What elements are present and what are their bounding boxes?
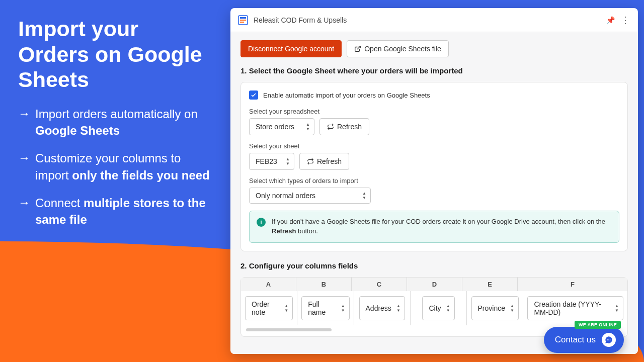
svg-rect-1 (240, 17, 246, 19)
updown-icon: ▲▼ (510, 304, 514, 313)
field-select-e[interactable]: Province▲▼ (471, 296, 519, 320)
column-header-row: A B C D E F (241, 278, 627, 291)
disconnect-button[interactable]: Disconnect Google account (240, 40, 342, 57)
hero-title: Import your Orders on Google Sheets (18, 16, 214, 93)
col-header: B (296, 278, 352, 291)
app-logo-icon (237, 15, 249, 26)
info-icon: i (257, 218, 266, 227)
col-header: A (241, 278, 296, 291)
field-select-f[interactable]: Creation date (YYYY-MM-DD)▲▼ (527, 296, 623, 320)
arrow-icon: → (18, 106, 30, 139)
updown-icon: ▲▼ (362, 191, 366, 200)
arrow-icon: → (18, 195, 30, 228)
col-header: E (462, 278, 518, 291)
bullet-text: Customize your columns to import only th… (35, 150, 214, 183)
updown-icon: ▲▼ (284, 304, 288, 313)
enable-checkbox[interactable] (249, 90, 258, 100)
field-select-d[interactable]: City▲▼ (422, 296, 454, 320)
updown-icon: ▲▼ (306, 122, 310, 131)
updown-icon: ▲▼ (615, 304, 619, 313)
field-select-a[interactable]: Order note▲▼ (245, 296, 293, 320)
app-body: Disconnect Google account Open Google Sh… (230, 32, 638, 354)
order-type-label: Select which types of orders to import (249, 177, 619, 185)
svg-line-4 (357, 46, 360, 49)
updown-icon: ▲▼ (286, 157, 290, 166)
info-notice: i If you don't have a Google Sheets file… (249, 211, 619, 243)
chat-bubble-icon (602, 333, 616, 347)
app-window: Releasit COD Form & Upsells 📌 ⋮ Disconne… (230, 8, 638, 354)
svg-rect-2 (240, 20, 246, 21)
field-select-c[interactable]: Address▲▼ (359, 296, 405, 320)
chat-label: Contact us (555, 335, 596, 345)
updown-icon: ▲▼ (341, 304, 345, 313)
bullet-3: → Connect multiple stores to the same fi… (18, 195, 214, 228)
online-badge: WE ARE ONLINE (575, 321, 621, 329)
marketing-copy: Import your Orders on Google Sheets → Im… (18, 16, 214, 239)
section-2-title: 2. Configure your columns fields (240, 261, 628, 270)
field-select-b[interactable]: Full name▲▼ (301, 296, 349, 320)
refresh-spreadsheet-button[interactable]: Refresh (319, 118, 369, 135)
sheet-label: Select your sheet (249, 142, 619, 150)
order-type-select[interactable]: Only normal orders ▲▼ (249, 188, 371, 204)
sheet-select[interactable]: FEB23 ▲▼ (249, 153, 294, 170)
refresh-icon (307, 158, 314, 165)
col-header: C (352, 278, 407, 291)
enable-label: Enable automatic import of your orders o… (263, 92, 430, 99)
bullet-text: Import orders automatically on Google Sh… (35, 106, 214, 139)
bullet-text: Connect multiple stores to the same file (35, 195, 214, 228)
more-icon[interactable]: ⋮ (617, 13, 631, 28)
svg-rect-3 (240, 22, 244, 23)
app-header: Releasit COD Form & Upsells 📌 ⋮ (230, 8, 638, 32)
svg-point-7 (610, 339, 611, 340)
refresh-icon (327, 123, 334, 130)
bullet-2: → Customize your columns to import only … (18, 150, 214, 183)
app-title: Releasit COD Form & Upsells (254, 16, 347, 24)
section-1-title: 1. Select the Google Sheet where your or… (240, 66, 628, 75)
svg-point-5 (607, 339, 608, 340)
col-header: D (407, 278, 462, 291)
updown-icon: ▲▼ (446, 304, 450, 313)
refresh-sheet-button[interactable]: Refresh (299, 153, 349, 170)
chat-widget[interactable]: WE ARE ONLINE Contact us (544, 327, 624, 353)
section-1-panel: Enable automatic import of your orders o… (240, 82, 628, 251)
arrow-icon: → (18, 150, 30, 183)
external-link-icon (354, 45, 361, 52)
pin-icon[interactable]: 📌 (604, 14, 617, 26)
bullet-1: → Import orders automatically on Google … (18, 106, 214, 139)
open-sheets-button[interactable]: Open Google Sheets file (347, 40, 449, 57)
spreadsheet-select[interactable]: Store orders ▲▼ (249, 118, 314, 135)
updown-icon: ▲▼ (396, 304, 400, 313)
svg-point-6 (608, 339, 609, 340)
col-header: F (518, 278, 627, 291)
spreadsheet-label: Select your spreadsheet (249, 108, 619, 115)
column-field-row: Order note▲▼ Full name▲▼ Address▲▼ City▲… (241, 291, 627, 325)
